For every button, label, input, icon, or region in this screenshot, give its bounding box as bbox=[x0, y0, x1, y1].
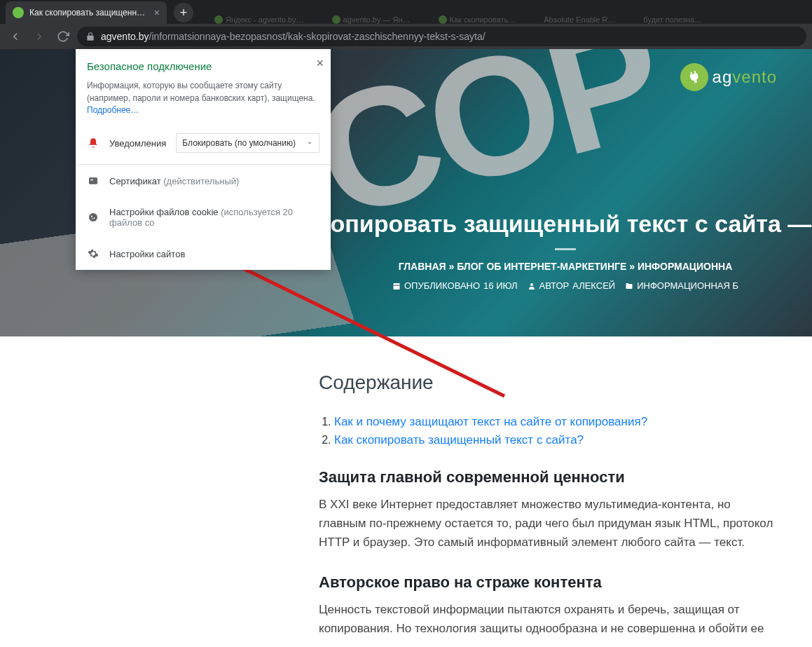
back-button[interactable] bbox=[6, 27, 25, 46]
section-heading: Защита главной современной ценности bbox=[319, 468, 812, 486]
toolbar: agvento.by/informatsionnaya-bezopasnost/… bbox=[0, 24, 812, 49]
logo-text: agvento bbox=[713, 67, 777, 87]
site-settings-row[interactable]: Настройки сайтов bbox=[76, 238, 331, 270]
lock-icon bbox=[85, 32, 95, 41]
folder-icon bbox=[625, 282, 633, 290]
breadcrumb-blog[interactable]: БЛОГ ОБ ИНТЕРНЕТ-МАРКЕТИНГЕ bbox=[457, 261, 626, 272]
bg-tab[interactable]: Как скопировать… bbox=[439, 15, 516, 24]
svg-rect-5 bbox=[90, 179, 93, 180]
divider bbox=[555, 248, 576, 250]
bg-tab[interactable]: Яндекс - agvento.by… bbox=[214, 15, 304, 24]
new-tab-button[interactable]: + bbox=[174, 3, 193, 22]
svg-point-9 bbox=[92, 218, 92, 219]
popup-title: Безопасное подключение bbox=[87, 60, 319, 72]
svg-point-6 bbox=[89, 213, 97, 222]
svg-point-7 bbox=[91, 216, 92, 217]
page-title: копировать защищенный текст с сайта — 2 … bbox=[319, 210, 812, 238]
bg-tab[interactable]: будет полезна… bbox=[643, 15, 702, 24]
plug-icon bbox=[677, 60, 711, 95]
svg-rect-0 bbox=[393, 283, 399, 290]
toc-link[interactable]: Как и почему защищают текст на сайте от … bbox=[334, 415, 647, 428]
breadcrumb: ГЛАВНАЯ » БЛОГ ОБ ИНТЕРНЕТ-МАРКЕТИНГЕ » … bbox=[319, 261, 812, 272]
background-tabs: Яндекс - agvento.by… agvento.by — Ян… Ка… bbox=[214, 15, 702, 24]
bell-icon bbox=[87, 137, 99, 149]
calendar-icon bbox=[392, 282, 401, 290]
article-body: Содержание Как и почему защищают текст н… bbox=[0, 336, 812, 638]
reload-button[interactable] bbox=[53, 27, 73, 46]
notifications-label: Уведомления bbox=[109, 138, 166, 149]
site-info-popup: × Безопасное подключение Информация, кот… bbox=[76, 49, 331, 270]
certificate-row[interactable]: Сертификат (действительный) bbox=[76, 165, 331, 197]
certificate-icon bbox=[87, 175, 99, 187]
chevron-down-icon bbox=[306, 139, 313, 147]
toc-list: Как и почему защищают текст на сайте от … bbox=[319, 415, 812, 447]
learn-more-link[interactable]: Подробнее… bbox=[87, 105, 139, 115]
notifications-select[interactable]: Блокировать (по умолчанию) bbox=[176, 133, 319, 153]
tab-strip: Как скопировать защищенный … × + Яндекс … bbox=[0, 0, 812, 24]
site-logo[interactable]: agvento bbox=[680, 63, 777, 91]
address-bar[interactable]: agvento.by/informatsionnaya-bezopasnost/… bbox=[77, 27, 806, 46]
favicon-icon bbox=[13, 7, 24, 18]
active-tab[interactable]: Как скопировать защищенный … × bbox=[6, 1, 167, 24]
close-icon[interactable]: × bbox=[316, 56, 324, 71]
toc-heading: Содержание bbox=[319, 372, 812, 394]
paragraph: В XXI веке Интернет предоставляет множес… bbox=[319, 495, 774, 552]
svg-point-2 bbox=[530, 283, 533, 286]
close-icon[interactable]: × bbox=[154, 7, 160, 18]
popup-description: Информация, которую вы сообщаете этому с… bbox=[87, 79, 319, 104]
tab-title: Как скопировать защищенный … bbox=[29, 8, 149, 18]
breadcrumb-home[interactable]: ГЛАВНАЯ bbox=[399, 261, 446, 272]
bg-tab[interactable]: agvento.by — Ян… bbox=[332, 15, 411, 24]
cookie-icon bbox=[87, 211, 99, 224]
svg-marker-3 bbox=[308, 142, 311, 144]
post-meta: ОПУБЛИКОВАНО 16 ИЮЛ АВТОР АЛЕКСЕЙ ИНФОРМ… bbox=[319, 280, 812, 291]
svg-point-8 bbox=[93, 217, 95, 219]
bg-tab[interactable]: Absolute Enable R… bbox=[544, 15, 615, 24]
forward-button[interactable] bbox=[29, 27, 49, 46]
section-heading: Авторское право на страже контента bbox=[319, 573, 812, 592]
gear-icon bbox=[87, 247, 99, 260]
browser-chrome: Как скопировать защищенный … × + Яндекс … bbox=[0, 0, 812, 49]
user-icon bbox=[528, 282, 536, 290]
url-text: agvento.by/informatsionnaya-bezopasnost/… bbox=[101, 31, 486, 42]
paragraph: Ценность текстовой информации пытаются о… bbox=[319, 600, 774, 638]
cookies-row[interactable]: Настройки файлов cookie (используется 20… bbox=[76, 197, 331, 238]
svg-rect-4 bbox=[89, 177, 97, 184]
toc-link[interactable]: Как скопировать защищенный текст с сайта… bbox=[334, 433, 584, 447]
breadcrumb-category[interactable]: ИНФОРМАЦИОННА bbox=[638, 261, 732, 272]
